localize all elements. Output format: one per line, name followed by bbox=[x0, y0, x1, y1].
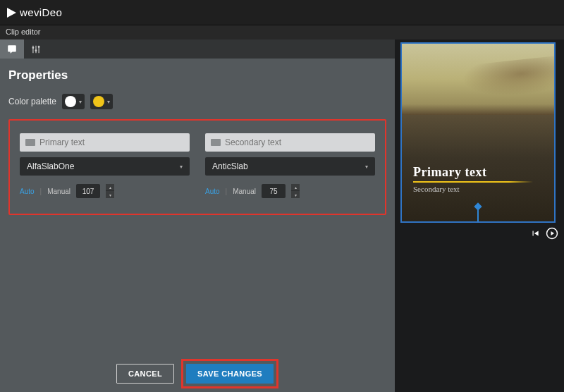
text-settings-highlight: AlfaSlabOne ▾ Auto | Manual 107 ▴ ▾ bbox=[8, 119, 386, 215]
tab-sliders[interactable] bbox=[24, 39, 48, 59]
save-button-highlight: SAVE CHANGES bbox=[181, 359, 278, 388]
secondary-font-select[interactable]: AnticSlab ▾ bbox=[205, 157, 375, 176]
preview-pane: Primary text Secondary text bbox=[395, 39, 564, 392]
svg-point-6 bbox=[38, 46, 40, 48]
chevron-down-icon: ▾ bbox=[180, 164, 183, 170]
preview-text-overlay: Primary text Secondary text bbox=[413, 165, 533, 193]
timeline-playhead[interactable] bbox=[477, 206, 479, 223]
svg-marker-0 bbox=[7, 8, 16, 18]
secondary-manual-label: Manual bbox=[233, 188, 256, 195]
properties-panel: Properties Color palette ▾ ▾ bbox=[0, 39, 395, 392]
primary-size-stepper[interactable]: ▴ ▾ bbox=[106, 184, 114, 198]
speech-bubble-icon bbox=[7, 44, 17, 54]
sub-header: Clip editor bbox=[0, 25, 564, 39]
skip-previous-icon bbox=[530, 228, 540, 238]
secondary-text-input[interactable] bbox=[205, 133, 375, 152]
secondary-size-stepper[interactable]: ▴ ▾ bbox=[291, 184, 300, 198]
chevron-down-icon: ▾ bbox=[107, 99, 110, 105]
primary-manual-label: Manual bbox=[47, 188, 70, 195]
color-swatch-2[interactable]: ▾ bbox=[90, 94, 113, 109]
preview-primary-text: Primary text bbox=[413, 165, 533, 180]
secondary-auto-link[interactable]: Auto bbox=[205, 188, 220, 195]
preview-scenery bbox=[461, 56, 556, 101]
previous-button[interactable] bbox=[530, 228, 540, 241]
logo-text: weviDeo bbox=[20, 6, 62, 18]
tab-bar bbox=[0, 39, 395, 59]
app-logo: weviDeo bbox=[6, 6, 62, 18]
chevron-up-icon[interactable]: ▴ bbox=[106, 184, 114, 191]
play-button[interactable] bbox=[546, 227, 558, 243]
svg-marker-8 bbox=[551, 231, 555, 235]
chevron-up-icon[interactable]: ▴ bbox=[291, 184, 300, 191]
secondary-size-value[interactable]: 75 bbox=[262, 184, 286, 198]
primary-text-column: AlfaSlabOne ▾ Auto | Manual 107 ▴ ▾ bbox=[20, 133, 190, 198]
tab-comment[interactable] bbox=[0, 39, 24, 59]
primary-font-value: AlfaSlabOne bbox=[27, 161, 74, 171]
clip-editor-title: Clip editor bbox=[6, 27, 41, 36]
chevron-down-icon[interactable]: ▾ bbox=[106, 191, 114, 198]
chevron-down-icon: ▾ bbox=[365, 164, 368, 170]
circle-icon bbox=[93, 96, 104, 107]
secondary-text-field[interactable] bbox=[225, 137, 369, 147]
video-preview[interactable]: Primary text Secondary text bbox=[400, 42, 556, 223]
primary-text-field[interactable] bbox=[39, 137, 184, 147]
preview-underline bbox=[413, 181, 533, 183]
play-circle-icon bbox=[546, 227, 558, 240]
circle-icon bbox=[65, 96, 76, 107]
cancel-button[interactable]: CANCEL bbox=[116, 364, 174, 384]
secondary-text-column: AnticSlab ▾ Auto | Manual 75 ▴ ▾ bbox=[205, 133, 375, 198]
color-swatch-1[interactable]: ▾ bbox=[62, 94, 85, 109]
primary-auto-link[interactable]: Auto bbox=[20, 188, 35, 195]
chevron-down-icon: ▾ bbox=[79, 99, 82, 105]
primary-size-value[interactable]: 107 bbox=[76, 184, 100, 198]
text-field-icon bbox=[211, 139, 221, 146]
footer-bar: CANCEL SAVE CHANGES bbox=[0, 355, 395, 392]
play-icon bbox=[6, 7, 17, 18]
svg-rect-2 bbox=[35, 45, 36, 53]
primary-text-input[interactable] bbox=[20, 133, 190, 152]
svg-point-4 bbox=[32, 47, 35, 49]
sliders-icon bbox=[31, 44, 41, 54]
preview-secondary-text: Secondary text bbox=[413, 185, 533, 193]
primary-font-select[interactable]: AlfaSlabOne ▾ bbox=[20, 157, 190, 176]
secondary-font-value: AnticSlab bbox=[212, 161, 248, 171]
panel-title: Properties bbox=[8, 68, 386, 82]
transport-controls bbox=[530, 227, 558, 243]
svg-point-5 bbox=[35, 49, 37, 51]
save-button[interactable]: SAVE CHANGES bbox=[186, 364, 274, 384]
top-bar: weviDeo bbox=[0, 0, 564, 25]
text-field-icon bbox=[25, 139, 35, 146]
chevron-down-icon[interactable]: ▾ bbox=[291, 191, 300, 198]
color-palette-label: Color palette bbox=[8, 97, 56, 106]
